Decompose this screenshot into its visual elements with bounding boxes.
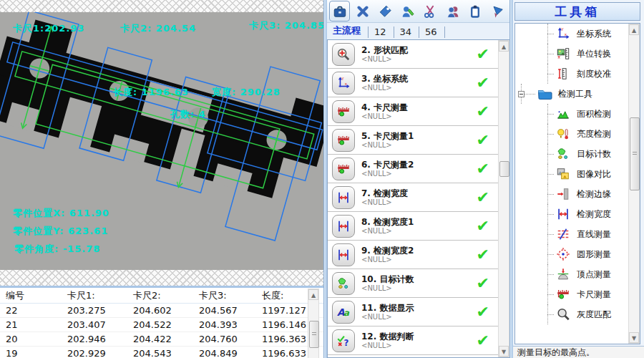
step-item[interactable]: 6. 卡尺测量2<NULL>✔	[328, 155, 509, 183]
close-icon[interactable]	[353, 1, 372, 21]
width-detect-icon	[555, 206, 571, 222]
table-row[interactable]: 22203.275204.602204.5671197.127	[0, 304, 323, 318]
tree-connector	[547, 114, 554, 115]
check-icon: ✔	[477, 332, 489, 349]
cut-icon[interactable]	[421, 1, 440, 21]
tree-item[interactable]: 目标计数	[515, 144, 628, 164]
edit-user-icon[interactable]	[398, 1, 417, 21]
table-row[interactable]: 19202.929204.543204.8491196.633	[0, 347, 323, 358]
caliper-measure-icon	[332, 129, 355, 152]
image-compare-icon	[555, 166, 571, 182]
collapse-box[interactable]	[518, 91, 525, 97]
tree-connector	[547, 314, 548, 324]
step-title: 3. 坐标系统	[361, 74, 408, 84]
toolbox-icon[interactable]	[329, 1, 350, 21]
flow-tab-34[interactable]: 34	[394, 24, 419, 39]
step-item[interactable]: Aa11. 数据显示<NULL>✔	[328, 298, 509, 326]
steps-scroll-thumb[interactable]	[499, 161, 509, 177]
tree-connector	[547, 254, 548, 264]
unit-convert-icon	[555, 46, 571, 62]
step-subtitle: <NULL>	[361, 170, 414, 178]
table-row[interactable]: 21203.407204.522204.3931196.146	[0, 318, 323, 332]
paste-icon[interactable]	[465, 1, 484, 21]
table-scrollbar[interactable]: ▲	[308, 289, 319, 358]
check-icon: ✔	[477, 246, 489, 263]
scroll-up-arrow[interactable]: ▲	[629, 24, 639, 35]
tree-item[interactable]: 检测宽度	[515, 204, 628, 224]
step-item[interactable]: 2. 形状匹配<NULL>✔	[328, 40, 509, 69]
flow-toolbar	[327, 0, 510, 23]
tree-item[interactable]: 刻度校准	[515, 64, 628, 84]
tree-connector	[547, 74, 548, 84]
scroll-down-arrow[interactable]: ▼	[629, 332, 639, 343]
tree-item[interactable]: 单位转换	[515, 44, 628, 64]
transparency-checker-bottom	[0, 270, 323, 286]
tree-connector	[547, 304, 548, 314]
step-subtitle: <NULL>	[361, 284, 414, 293]
flow-tab-12[interactable]: 12	[369, 24, 394, 39]
svg-text:a: a	[343, 308, 350, 318]
tree-connector	[547, 164, 548, 174]
scroll-up-arrow[interactable]: ▲	[308, 289, 318, 300]
annotation-caliper3: 卡尺3: 204.85	[249, 19, 323, 32]
step-item[interactable]: 4. 卡尺测量<NULL>✔	[328, 97, 509, 126]
flag-icon[interactable]	[488, 1, 507, 21]
step-subtitle: <NULL>	[361, 84, 408, 92]
table-row[interactable]: 20202.946204.422204.7601196.363	[0, 332, 323, 347]
step-subtitle: <NULL>	[361, 342, 414, 350]
table-scroll-thumb[interactable]	[309, 321, 319, 348]
steps-scrollbar[interactable]: ▲ ▼	[498, 40, 509, 357]
check-icon: ✔	[477, 303, 489, 321]
step-item[interactable]: Yx3. 坐标系统<NULL>✔	[328, 69, 509, 97]
tree-item[interactable]: 图像对比	[515, 164, 628, 184]
tree-item[interactable]: 面积检测	[515, 104, 628, 124]
tree-scroll-thumb[interactable]	[630, 117, 640, 190]
users-icon[interactable]	[443, 1, 462, 21]
column-header: 卡尺1:	[62, 288, 127, 303]
folder-icon	[537, 86, 552, 102]
toolbox-title: 工具箱	[514, 2, 640, 21]
step-item[interactable]: ?12. 数据判断<NULL>✔	[328, 326, 509, 355]
table-cell: 1197.127	[256, 304, 308, 317]
check-icon: ✔	[477, 45, 489, 63]
step-subtitle: <NULL>	[361, 313, 414, 321]
tool-description-status: 测量目标的最高点。	[513, 346, 644, 358]
width-detect-icon	[332, 186, 355, 209]
table-cell: 204.760	[193, 332, 256, 346]
tree-item[interactable]: 亮度检测	[515, 124, 628, 144]
tree-scrollbar[interactable]: ▲ ▼	[628, 24, 640, 344]
transparency-checker-top	[0, 0, 323, 12]
tree-item[interactable]: 检测工具	[515, 84, 628, 104]
tree-item[interactable]: 顶点测量	[515, 264, 628, 284]
tree-item-label: 检测边缘	[577, 188, 611, 200]
data-judge-icon: ?	[332, 329, 355, 352]
tag-icon[interactable]	[376, 1, 395, 21]
scroll-up-arrow[interactable]: ▲	[499, 41, 509, 52]
annotation-hole-count: 孔数: 4	[170, 108, 206, 121]
tree-item[interactable]: 检测边缘	[515, 184, 628, 204]
table-cell: 204.567	[193, 304, 256, 317]
camera-image[interactable]: 卡尺1:202.93 卡尺2: 204.54 卡尺3: 204.85 长度: 1…	[0, 12, 323, 270]
step-subtitle: <NULL>	[361, 141, 414, 150]
column-header: 卡尺2:	[127, 288, 193, 303]
step-item[interactable]: 5. 卡尺测量1<NULL>✔	[328, 126, 509, 155]
check-icon: ✔	[477, 131, 489, 149]
step-item[interactable]: 8. 检测宽度1<NULL>✔	[328, 212, 509, 241]
step-item[interactable]: 7. 检测宽度<NULL>✔	[328, 183, 509, 212]
flow-tab-主流程[interactable]: 主流程	[327, 22, 368, 39]
step-item[interactable]: 10. 目标计数<NULL>✔	[328, 269, 509, 298]
step-item[interactable]: 9. 检测宽度2<NULL>✔	[328, 241, 509, 269]
check-icon: ✔	[477, 217, 489, 235]
tree-item[interactable]: Yx坐标系统	[515, 24, 628, 44]
flow-tab-56[interactable]: 56	[419, 24, 444, 39]
tree-connector	[547, 124, 548, 134]
tree-item[interactable]: 直线测量	[515, 224, 628, 244]
tree-item[interactable]: 圆形测量	[515, 244, 628, 264]
annotation-length: 长度: 1196.63	[113, 86, 189, 99]
tree-item[interactable]: 卡尺测量	[515, 284, 628, 304]
table-cell: 204.602	[127, 304, 193, 317]
table-cell: 204.393	[193, 318, 256, 332]
annotation-caliper1: 卡尺1:202.93	[13, 22, 84, 35]
scroll-down-arrow[interactable]: ▼	[499, 346, 509, 357]
tree-item[interactable]: 灰度匹配	[515, 304, 628, 324]
